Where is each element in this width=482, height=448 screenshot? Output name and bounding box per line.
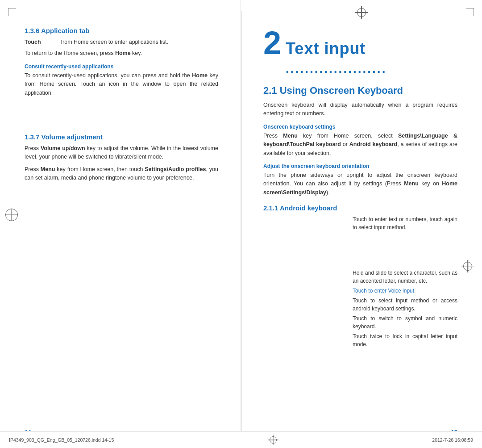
consult-paragraph: To consult recently-used applications, y… [25, 71, 218, 97]
home-bold: Home [115, 50, 131, 56]
kbd-desc-1: Touch to enter text or numbers, touch ag… [353, 215, 457, 231]
home-line-end: key. [131, 50, 142, 56]
section-137-title: 1.3.7 Volume adjustment [25, 133, 218, 141]
right-page: 2 Text input ..................... 2.1 U… [241, 0, 482, 448]
side-crosshair-left [5, 209, 18, 221]
kbd-desc-4: Touch to select input method or access a… [353, 297, 457, 313]
kbd-desc-3: Touch to enter Voice input. [353, 287, 457, 295]
kbd-desc-2: Hold and slide to select a character, su… [353, 269, 457, 285]
consult-label: Consult recently-used applications [25, 63, 218, 70]
left-page: 1.3.6 Application tab Touch from Home sc… [0, 0, 241, 448]
section-136-title: 1.3.6 Application tab [25, 27, 218, 34]
kbd-descriptions: Touch to enter text or numbers, touch ag… [353, 215, 457, 348]
page-spread: 1.3.6 Application tab Touch from Home sc… [0, 0, 482, 448]
chapter-dots: ..................... [286, 62, 386, 75]
footer-bar: IP4349_903_QG_Eng_GB_05_120726.indd 14-1… [0, 431, 482, 448]
chapter-title: Text input ..................... [286, 39, 457, 77]
section-136: 1.3.6 Application tab Touch from Home sc… [25, 27, 218, 97]
section-21-title: 2.1 Using Onscreen Keyboard [263, 85, 457, 96]
kbd-settings-label: Onscreen keyboard settings [263, 124, 457, 130]
kbd-settings-paragraph: Press Menu key from Home screen, select … [263, 132, 457, 158]
section-137: 1.3.7 Volume adjustment Press Volume up/… [25, 133, 218, 183]
section-136-home-line: To return to the Home screen, press Home… [25, 49, 218, 58]
kbd-desc-6: Touch twice to lock in capital letter in… [353, 332, 457, 348]
orient-paragraph: Turn the phone sideways or upright to ad… [263, 171, 457, 197]
home-line-pre: To return to the Home screen, press [25, 50, 115, 56]
chapter-number: 2 [263, 27, 281, 59]
vol-paragraph-2: Press Menu key from Home screen, then to… [25, 165, 218, 183]
corner-mark-tr [466, 8, 474, 16]
touch-line-text: from Home screen to enter applications l… [61, 39, 168, 45]
corner-mark-tl [8, 8, 16, 16]
kbd-desc-5: Touch to switch to symbol and numeric ke… [353, 314, 457, 331]
chapter-header: 2 Text input ..................... [263, 27, 457, 77]
right-crosshair [461, 260, 474, 272]
footer-timestamp: 2012-7-26 16:08:59 [432, 437, 473, 443]
touch-word: Touch [25, 39, 41, 45]
bottom-crosshair [268, 435, 278, 445]
top-crosshair [355, 6, 368, 19]
orient-label: Adjust the onscreen keyboard orientation [263, 163, 457, 169]
section-21-intro: Onscreen keyboard will display automatic… [263, 101, 457, 118]
footer-filename: IP4349_903_QG_Eng_GB_05_120726.indd 14-1… [9, 437, 114, 443]
section-211-title: 2.1.1 Android keyboard [263, 204, 457, 212]
vol-paragraph-1: Press Volume up/down key to adjust the v… [25, 144, 218, 162]
section-136-touch-line: Touch from Home screen to enter applicat… [25, 38, 218, 46]
